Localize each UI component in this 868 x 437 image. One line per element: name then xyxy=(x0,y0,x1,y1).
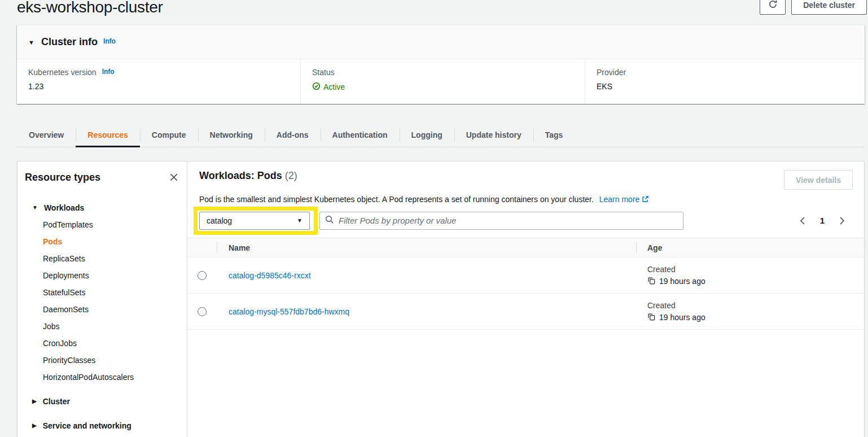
status-field: Status Active xyxy=(301,59,585,104)
tab-update-history[interactable]: Update history xyxy=(454,123,533,147)
sidebar-group-workloads[interactable]: ▼ Workloads xyxy=(17,199,187,216)
cluster-info-header[interactable]: ▼ Cluster info Info xyxy=(17,25,865,59)
external-link-icon xyxy=(642,195,649,204)
age-value: 19 hours ago xyxy=(659,313,705,322)
sidebar-item-statefulsets[interactable]: StatefulSets xyxy=(17,284,187,301)
resource-types-sidebar: Resource types ▼ Workloads PodTemplates … xyxy=(17,161,187,437)
copy-icon[interactable] xyxy=(647,313,655,322)
sidebar-item-jobs[interactable]: Jobs xyxy=(17,318,187,335)
row-radio-button[interactable] xyxy=(198,307,207,316)
tab-authentication[interactable]: Authentication xyxy=(321,123,400,147)
tab-resources[interactable]: Resources xyxy=(76,123,140,147)
pods-count: (2) xyxy=(285,170,297,181)
cluster-info-info-link[interactable]: Info xyxy=(103,37,116,45)
tab-compute[interactable]: Compute xyxy=(140,123,198,147)
kubernetes-version-label: Kubernetes version xyxy=(28,68,97,77)
row-radio-button[interactable] xyxy=(198,271,207,280)
kubernetes-version-field: Kubernetes version Info 1.23 xyxy=(17,59,301,104)
provider-label: Provider xyxy=(597,68,853,77)
resource-types-title: Resource types xyxy=(25,172,100,183)
previous-page-icon[interactable] xyxy=(799,216,806,225)
page-title: eks-workshop-cluster xyxy=(17,0,163,16)
collapse-caret-icon: ▼ xyxy=(28,39,34,46)
cluster-info-title: Cluster info xyxy=(41,36,98,48)
table-row: catalog-mysql-557fdb7bd6-hwxmq Created 1… xyxy=(187,294,864,330)
provider-value: EKS xyxy=(597,82,853,91)
tab-networking[interactable]: Networking xyxy=(198,123,265,147)
view-details-button[interactable]: View details xyxy=(784,170,853,190)
sidebar-item-horizontalpodautoscalers[interactable]: HorizontalPodAutoscalers xyxy=(17,369,187,386)
column-header-age[interactable]: Age xyxy=(636,243,864,252)
tab-logging[interactable]: Logging xyxy=(400,123,454,147)
refresh-icon xyxy=(768,0,778,11)
next-page-icon[interactable] xyxy=(839,216,845,225)
table-row: catalog-d5985c46-rxcxt Created 19 hours … xyxy=(187,257,864,294)
learn-more-link[interactable]: Learn more xyxy=(599,195,649,204)
column-header-name[interactable]: Name xyxy=(217,243,636,252)
sidebar-item-podtemplates[interactable]: PodTemplates xyxy=(17,216,187,233)
pods-table-header: Name Age xyxy=(187,238,864,257)
copy-icon[interactable] xyxy=(647,277,655,286)
pod-name-link[interactable]: catalog-mysql-557fdb7bd6-hwxmq xyxy=(229,307,349,316)
search-icon xyxy=(325,215,334,226)
sidebar-group-service-and-networking[interactable]: ▶ Service and networking xyxy=(17,417,187,434)
kubernetes-version-info-link[interactable]: Info xyxy=(102,68,115,76)
sidebar-item-deployments[interactable]: Deployments xyxy=(17,267,187,284)
pagination: 1 xyxy=(799,216,853,225)
pod-filter-dropdown[interactable]: catalog ▼ xyxy=(199,212,310,230)
sidebar-group-cluster[interactable]: ▶ Cluster xyxy=(17,392,187,410)
pod-name-link[interactable]: catalog-d5985c46-rxcxt xyxy=(229,271,311,280)
close-icon[interactable] xyxy=(168,171,180,183)
cluster-info-panel: ▼ Cluster info Info Kubernetes version I… xyxy=(17,25,865,104)
pods-description: Pod is the smallest and simplest Kuberne… xyxy=(199,195,853,204)
annotation-highlight-box: catalog ▼ xyxy=(194,207,318,235)
caret-down-icon: ▼ xyxy=(32,204,38,211)
status-active-icon xyxy=(312,82,321,92)
age-value: 19 hours ago xyxy=(659,277,705,286)
age-status: Created xyxy=(647,301,864,310)
pod-filter-dropdown-value: catalog xyxy=(207,216,232,225)
status-value: Active xyxy=(323,82,345,91)
pods-filter-input-wrapper xyxy=(319,212,683,230)
caret-right-icon: ▶ xyxy=(32,398,37,404)
pods-filter-input[interactable] xyxy=(339,216,678,225)
current-page-number[interactable]: 1 xyxy=(820,216,825,225)
kubernetes-version-value: 1.23 xyxy=(28,82,289,91)
provider-field: Provider EKS xyxy=(585,59,865,104)
resources-split-panel: Resource types ▼ Workloads PodTemplates … xyxy=(17,161,865,437)
tab-add-ons[interactable]: Add-ons xyxy=(265,123,321,147)
resource-types-tree: ▼ Workloads PodTemplates Pods ReplicaSet… xyxy=(17,199,187,434)
delete-cluster-button[interactable]: Delete cluster xyxy=(791,0,867,15)
sidebar-item-priorityclasses[interactable]: PriorityClasses xyxy=(17,352,187,369)
age-status: Created xyxy=(647,265,864,274)
sidebar-item-cronjobs[interactable]: CronJobs xyxy=(17,335,187,352)
refresh-button[interactable] xyxy=(760,0,786,15)
cluster-tabs: Overview Resources Compute Networking Ad… xyxy=(17,123,865,147)
cluster-info-body: Kubernetes version Info 1.23 Status Acti… xyxy=(17,59,865,104)
sidebar-item-replicasets[interactable]: ReplicaSets xyxy=(17,250,187,267)
pods-panel-title: Workloads: Pods (2) xyxy=(199,170,297,182)
status-label: Status xyxy=(312,68,573,77)
header-actions: Delete cluster xyxy=(760,0,867,15)
tab-tags[interactable]: Tags xyxy=(533,123,575,147)
caret-down-icon: ▼ xyxy=(297,217,303,224)
caret-right-icon: ▶ xyxy=(32,422,37,429)
tab-overview[interactable]: Overview xyxy=(17,123,76,147)
sidebar-item-daemonsets[interactable]: DaemonSets xyxy=(17,301,187,318)
sidebar-item-pods[interactable]: Pods xyxy=(17,233,187,250)
pods-panel: Workloads: Pods (2) View details Pod is … xyxy=(187,161,864,437)
